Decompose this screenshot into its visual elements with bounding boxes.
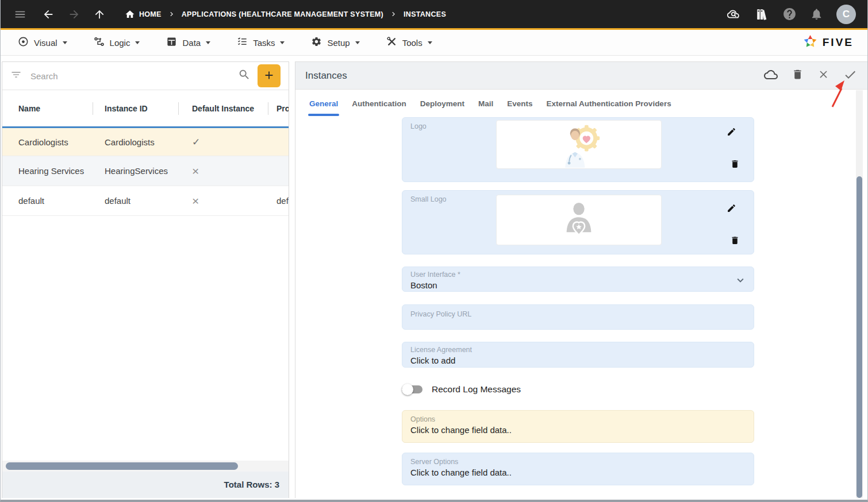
tab-events[interactable]: Events [500,90,539,117]
user-interface-label: User Interface * [410,271,746,279]
data-table-icon [166,36,177,49]
setup-gear-icon [311,36,322,49]
column-header-instance-id[interactable]: Instance ID [105,104,192,113]
tasks-checklist-icon [237,36,248,49]
row-name: default [18,196,105,206]
table-row[interactable]: Hearing Services HearingServices × [2,156,289,186]
options-field[interactable]: Options Click to change field data.. [402,410,754,443]
row-instance-id: HearingServices [105,166,192,176]
user-interface-value: Boston [410,280,746,290]
toggle-thumb [402,384,413,395]
horizontal-scrollbar[interactable] [2,461,289,472]
close-icon[interactable] [817,68,829,83]
small-logo-field-label: Small Logo [410,195,447,203]
options-label: Options [410,415,746,423]
logic-icon [94,36,105,49]
edit-logo-icon[interactable] [727,127,736,139]
tools-icon [386,36,397,49]
add-instance-button[interactable] [258,64,281,87]
column-divider [178,102,179,115]
privacy-policy-url-field[interactable]: Privacy Policy URL [402,304,754,330]
five-logo-icon [802,34,818,52]
row-instance-id: Cardiologists [105,137,192,147]
edit-small-logo-icon[interactable] [727,203,736,215]
menu-setup[interactable]: Setup [311,36,359,49]
tab-general[interactable]: General [302,90,345,117]
menu-bar: Visual Logic Data Tasks Setup Tools [1,30,867,56]
cloud-icon[interactable] [764,68,778,84]
filter-icon[interactable] [10,69,22,83]
library-books-icon[interactable] [755,7,769,21]
menu-visual-label: Visual [34,38,57,48]
column-header-default-instance[interactable]: Default Instance [192,104,276,113]
dropdown-caret-icon [428,41,432,44]
table-row[interactable]: default default × defa [2,186,289,216]
user-interface-select[interactable]: User Interface * Boston [402,267,754,292]
up-arrow-icon[interactable] [93,8,106,21]
license-agreement-field[interactable]: License Agreement Click to add [402,342,754,368]
healthcare-logo-image [551,122,606,168]
vertical-scrollbar-thumb[interactable] [857,176,862,498]
horizontal-scrollbar-thumb[interactable] [6,462,238,470]
five-brand-name: FIVE [823,36,854,49]
breadcrumb-home-label: HOME [139,10,162,18]
menu-data-label: Data [182,38,201,48]
dropdown-caret-icon [135,41,140,44]
home-icon [125,9,135,20]
breadcrumb-applications[interactable]: APPLICATIONS (HEALTHCARE MANAGEMENT SYST… [182,10,383,18]
cross-icon: × [192,165,276,177]
column-header-prod[interactable]: Pro [276,104,289,113]
row-name: Cardiologists [18,137,105,147]
menu-visual[interactable]: Visual [18,36,67,49]
breadcrumb-home[interactable]: HOME [125,9,162,20]
options-value: Click to change field data.. [410,425,746,435]
delete-icon[interactable] [792,68,804,83]
tab-authentication[interactable]: Authentication [345,90,413,117]
search-input[interactable] [30,71,238,81]
dropdown-caret-icon [280,41,285,44]
tab-deployment[interactable]: Deployment [413,90,471,117]
column-divider [93,102,93,115]
delete-small-logo-icon[interactable] [730,235,740,248]
menu-tools[interactable]: Tools [386,36,432,49]
cloud-search-icon[interactable] [726,6,742,22]
help-icon[interactable] [782,7,797,21]
logo-image-preview[interactable] [496,120,662,169]
forward-arrow-icon[interactable] [68,8,80,21]
back-arrow-icon[interactable] [42,8,55,21]
row-name: Hearing Services [18,166,105,176]
logo-field-label: Logo [410,122,427,130]
menu-logic[interactable]: Logic [94,36,140,49]
chevron-down-icon [734,274,747,289]
user-avatar[interactable]: C [836,5,856,24]
column-divider [268,102,268,115]
license-agreement-label: License Agreement [410,346,746,354]
tab-external-auth-providers[interactable]: External Authentication Providers [540,90,678,117]
notifications-bell-icon[interactable] [810,7,823,21]
plus-icon [263,69,275,83]
table-row[interactable]: Cardiologists Cardiologists ✓ [2,126,289,156]
menu-icon[interactable] [14,8,26,21]
search-icon[interactable] [238,68,251,83]
person-heart-logo-image [559,202,598,238]
server-options-value: Click to change field data.. [410,468,746,477]
dropdown-caret-icon [355,41,360,44]
server-options-field[interactable]: Server Options Click to change field dat… [402,453,754,485]
vertical-scrollbar[interactable] [856,90,863,498]
record-log-messages-label: Record Log Messages [432,384,521,395]
chevron-right-icon [167,10,176,18]
save-check-icon[interactable] [843,68,857,84]
menu-tasks[interactable]: Tasks [237,36,285,49]
record-log-messages-toggle[interactable] [402,384,423,395]
table-empty-space [2,216,289,461]
small-logo-image-preview[interactable] [496,195,662,245]
top-navigation-bar: HOME APPLICATIONS (HEALTHCARE MANAGEMENT… [1,0,867,30]
column-header-name[interactable]: Name [18,104,105,113]
breadcrumb-instances: INSTANCES [404,10,446,18]
server-options-label: Server Options [410,458,746,466]
license-agreement-value: Click to add [410,356,746,365]
tab-mail[interactable]: Mail [471,90,500,117]
delete-logo-icon[interactable] [730,159,740,171]
menu-data[interactable]: Data [166,36,210,49]
panel-title: Instances [305,70,347,82]
